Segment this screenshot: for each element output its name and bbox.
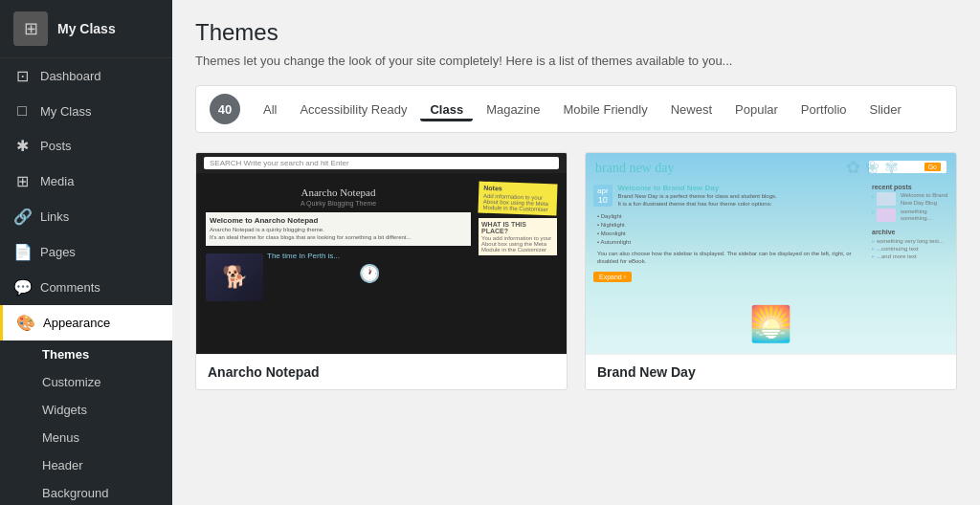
filter-tab-all[interactable]: All	[254, 98, 286, 121]
sub-item-label: Menus	[42, 430, 79, 445]
sub-item-label: Themes	[42, 347, 89, 362]
sidebar-item-media[interactable]: ⊞ Media	[0, 164, 172, 199]
brand-sun-graphic: 🌅	[749, 304, 792, 344]
sidebar-item-dashboard[interactable]: ⊡ Dashboard	[0, 58, 172, 94]
pages-icon: 📄	[13, 243, 31, 261]
brand-post-text: Brand New Day is a perfect theme for cla…	[618, 192, 777, 209]
preview-search: SEARCH Write your search and hit Enter	[204, 157, 559, 169]
brand-read-more[interactable]: Expand ›	[593, 272, 632, 282]
brand-date: apr10	[593, 185, 612, 207]
theme-name-brand: Brand New Day	[586, 354, 956, 389]
sidebar-item-links[interactable]: 🔗 Links	[0, 199, 172, 234]
theme-name-anarcho: Anarcho Notepad	[196, 354, 567, 389]
page-subtitle: Themes let you change the look of your s…	[195, 54, 957, 68]
sidebar-item-my-class[interactable]: □ My Class	[0, 94, 172, 128]
sidebar-item-label: Links	[40, 209, 69, 224]
page-title: Themes	[195, 19, 957, 46]
filter-tab-portfolio[interactable]: Portfolio	[791, 98, 857, 121]
sidebar-item-pages[interactable]: 📄 Pages	[0, 234, 172, 270]
sidebar-item-label: Pages	[40, 245, 76, 259]
brand-recent-posts-widget: recent posts Welcome to Brand New Day Bl…	[872, 184, 948, 223]
site-icon: ⊞	[13, 11, 48, 46]
sub-item-label: Widgets	[42, 403, 87, 417]
links-icon: 🔗	[13, 208, 31, 226]
filter-bar: 40 All Accessibility Ready Class Magazin…	[195, 85, 957, 133]
sidebar-item-posts[interactable]: ✱ Posts	[0, 128, 172, 164]
sidebar-item-label: Comments	[40, 280, 100, 295]
main-content: Themes Themes let you change the look of…	[172, 0, 980, 505]
sidebar-item-label: My Class	[40, 104, 91, 119]
sidebar-item-label: Media	[40, 174, 74, 188]
sidebar-item-label: Dashboard	[40, 69, 101, 83]
filter-tab-popular[interactable]: Popular	[725, 98, 788, 121]
filter-tab-accessibility[interactable]: Accessibility Ready	[290, 98, 416, 121]
media-icon: ⊞	[13, 172, 31, 190]
theme-preview-brand: ✿ ❀ ✾ brand new day Go	[586, 153, 956, 354]
sub-item-label: Background	[42, 486, 108, 500]
sub-item-label: Customize	[42, 375, 100, 389]
sidebar-item-label: Appearance	[43, 316, 110, 330]
sidebar-logo: ⊞ My Class	[0, 0, 172, 58]
sidebar-sub-menus[interactable]: Menus	[0, 424, 172, 451]
sub-item-label: Header	[42, 458, 83, 472]
theme-grid: SEARCH Write your search and hit Enter A…	[195, 152, 957, 390]
filter-tab-magazine[interactable]: Magazine	[477, 98, 549, 121]
theme-card-brand[interactable]: ✿ ❀ ✾ brand new day Go	[585, 152, 957, 390]
sidebar-item-comments[interactable]: 💬 Comments	[0, 270, 172, 305]
appearance-arrow	[165, 316, 172, 331]
brand-decorative-swirls: ✿ ❀ ✾	[846, 157, 899, 178]
theme-preview-anarcho: SEARCH Write your search and hit Enter A…	[196, 153, 567, 354]
filter-tab-class[interactable]: Class	[420, 98, 473, 121]
sidebar-sub-header[interactable]: Header	[0, 451, 172, 479]
preview-subtitle: A Quirky Blogging Theme	[206, 200, 471, 207]
filter-tab-mobile[interactable]: Mobile Friendly	[554, 98, 657, 121]
sidebar: ⊞ My Class ⊡ Dashboard □ My Class ✱ Post…	[0, 0, 172, 505]
sidebar-item-appearance[interactable]: 🎨 Appearance	[0, 305, 172, 340]
preview-note: Notes Add information to your About box …	[478, 182, 557, 216]
posts-icon: ✱	[13, 137, 31, 155]
sidebar-sub-customize[interactable]: Customize	[0, 368, 172, 396]
my-class-icon: □	[13, 102, 31, 120]
theme-count: 40	[210, 94, 240, 124]
theme-card-anarcho[interactable]: SEARCH Write your search and hit Enter A…	[195, 152, 568, 390]
filter-tab-newest[interactable]: Newest	[661, 98, 722, 121]
sidebar-sub-background[interactable]: Background	[0, 479, 172, 505]
brand-archive-widget: archive something very long text... ...c…	[872, 229, 948, 259]
brand-post-title: Welcome to Brand New Day	[618, 184, 777, 192]
filter-tab-slider[interactable]: Slider	[860, 98, 911, 121]
comments-icon: 💬	[13, 278, 31, 296]
brand-preview-title: brand new day	[595, 161, 674, 176]
sidebar-sub-widgets[interactable]: Widgets	[0, 396, 172, 424]
sidebar-sub-themes[interactable]: Themes	[0, 340, 172, 368]
appearance-icon: 🎨	[16, 314, 33, 332]
preview-title: Anarcho Notepad	[206, 187, 471, 198]
site-title: My Class	[57, 21, 116, 36]
sidebar-item-label: Posts	[40, 139, 72, 153]
dashboard-icon: ⊡	[13, 67, 31, 85]
